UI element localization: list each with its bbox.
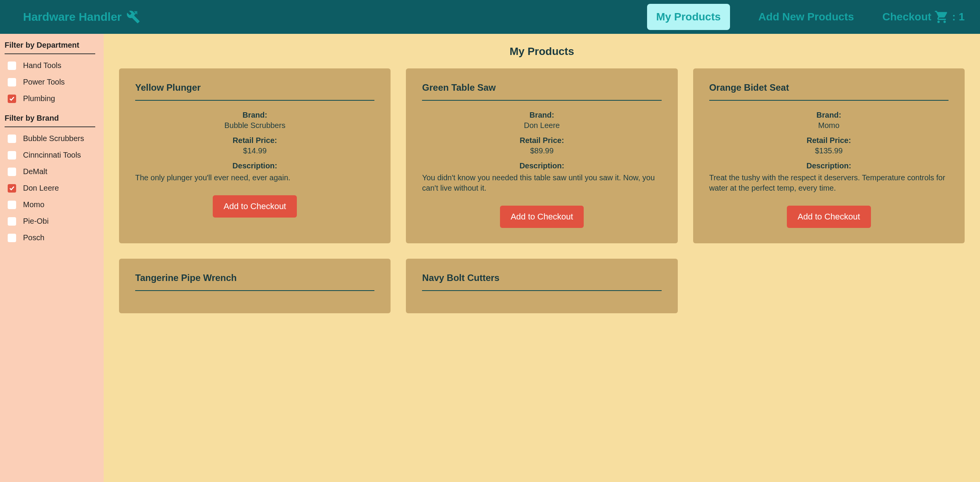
department-filter-item[interactable]: Plumbing [5, 90, 99, 107]
department-filter-item[interactable]: Power Tools [5, 74, 99, 90]
brand-label: Brand: [135, 111, 374, 120]
product-name: Green Table Saw [422, 82, 661, 101]
add-to-checkout-button[interactable]: Add to Checkout [213, 195, 297, 218]
page-title: My Products [119, 45, 965, 58]
filter-brand-heading: Filter by Brand [5, 114, 95, 127]
brand-filter-label: Pie-Obi [23, 217, 49, 226]
cart-icon [934, 10, 949, 24]
add-to-checkout-button[interactable]: Add to Checkout [787, 206, 871, 228]
checkbox[interactable] [8, 61, 16, 70]
brand-label: Brand: [709, 111, 949, 120]
product-name: Yellow Plunger [135, 82, 374, 101]
department-filter-label: Power Tools [23, 78, 65, 86]
brand-value: Momo [709, 121, 949, 130]
cart-count: : 1 [952, 11, 965, 23]
brand-filter-item[interactable]: Posch [5, 229, 99, 246]
brand-filter-item[interactable]: Don Leere [5, 180, 99, 196]
product-card: Navy Bolt Cutters [406, 259, 677, 313]
brand-filter-label: Momo [23, 200, 45, 209]
checkout-label: Checkout [882, 11, 932, 23]
brand-filter-item[interactable]: Bubble Scrubbers [5, 130, 99, 147]
price-value: $89.99 [422, 146, 661, 155]
sidebar: Filter by Department Hand ToolsPower Too… [0, 34, 104, 482]
brand-text: Hardware Handler [23, 10, 122, 23]
department-filter-label: Plumbing [23, 94, 55, 103]
product-name: Tangerine Pipe Wrench [135, 273, 374, 291]
product-card: Orange Bidet SeatBrand:MomoRetail Price:… [693, 68, 965, 243]
tools-icon [126, 10, 140, 24]
description-label: Description: [135, 161, 374, 170]
checkbox[interactable] [8, 217, 16, 226]
price-value: $14.99 [135, 146, 374, 155]
description-label: Description: [709, 161, 949, 170]
description-value: Treat the tushy with the respect it dese… [709, 173, 949, 193]
price-value: $135.99 [709, 146, 949, 155]
product-card: Yellow PlungerBrand:Bubble ScrubbersReta… [119, 68, 391, 243]
price-label: Retail Price: [709, 136, 949, 145]
product-card: Tangerine Pipe Wrench [119, 259, 391, 313]
filter-department-heading: Filter by Department [5, 41, 95, 54]
brand-filter-item[interactable]: Cinncinnati Tools [5, 147, 99, 163]
nav-checkout[interactable]: Checkout : 1 [882, 10, 965, 24]
description-value: The only plunger you'll ever need, ever … [135, 173, 374, 183]
add-to-checkout-button[interactable]: Add to Checkout [500, 206, 584, 228]
brand-filter-label: Don Leere [23, 184, 59, 193]
department-filter-label: Hand Tools [23, 61, 61, 70]
checkmark-icon [9, 186, 15, 191]
filter-department-group: Filter by Department Hand ToolsPower Too… [5, 41, 99, 107]
checkmark-icon [9, 96, 15, 101]
checkbox[interactable] [8, 201, 16, 209]
brand-filter-item[interactable]: DeMalt [5, 163, 99, 180]
department-filter-item[interactable]: Hand Tools [5, 57, 99, 74]
brand-filter-item[interactable]: Pie-Obi [5, 213, 99, 229]
brand-filter-label: Posch [23, 233, 45, 242]
navbar: Hardware Handler My Products Add New Pro… [0, 0, 980, 34]
brand-value: Bubble Scrubbers [135, 121, 374, 130]
checkbox[interactable] [8, 234, 16, 242]
brand[interactable]: Hardware Handler [23, 10, 140, 24]
product-name: Orange Bidet Seat [709, 82, 949, 101]
checkbox[interactable] [8, 95, 16, 103]
checkbox[interactable] [8, 135, 16, 143]
brand-value: Don Leere [422, 121, 661, 130]
brand-label: Brand: [422, 111, 661, 120]
price-label: Retail Price: [422, 136, 661, 145]
brand-filter-item[interactable]: Momo [5, 196, 99, 213]
checkbox[interactable] [8, 184, 16, 193]
filter-brand-group: Filter by Brand Bubble ScrubbersCinncinn… [5, 114, 99, 246]
brand-filter-label: Bubble Scrubbers [23, 134, 84, 143]
description-label: Description: [422, 161, 661, 170]
nav-my-products[interactable]: My Products [647, 4, 730, 30]
checkbox[interactable] [8, 168, 16, 176]
product-grid: Yellow PlungerBrand:Bubble ScrubbersReta… [119, 68, 965, 313]
description-value: You didn't know you needed this table sa… [422, 173, 661, 193]
product-card: Green Table SawBrand:Don LeereRetail Pri… [406, 68, 677, 243]
nav-links: My Products Add New Products Checkout : … [647, 4, 965, 30]
checkbox[interactable] [8, 151, 16, 160]
product-name: Navy Bolt Cutters [422, 273, 661, 291]
brand-filter-label: DeMalt [23, 167, 47, 176]
main-content: My Products Yellow PlungerBrand:Bubble S… [104, 34, 980, 482]
brand-filter-label: Cinncinnati Tools [23, 151, 81, 160]
price-label: Retail Price: [135, 136, 374, 145]
checkbox[interactable] [8, 78, 16, 86]
nav-add-products[interactable]: Add New Products [749, 4, 863, 30]
